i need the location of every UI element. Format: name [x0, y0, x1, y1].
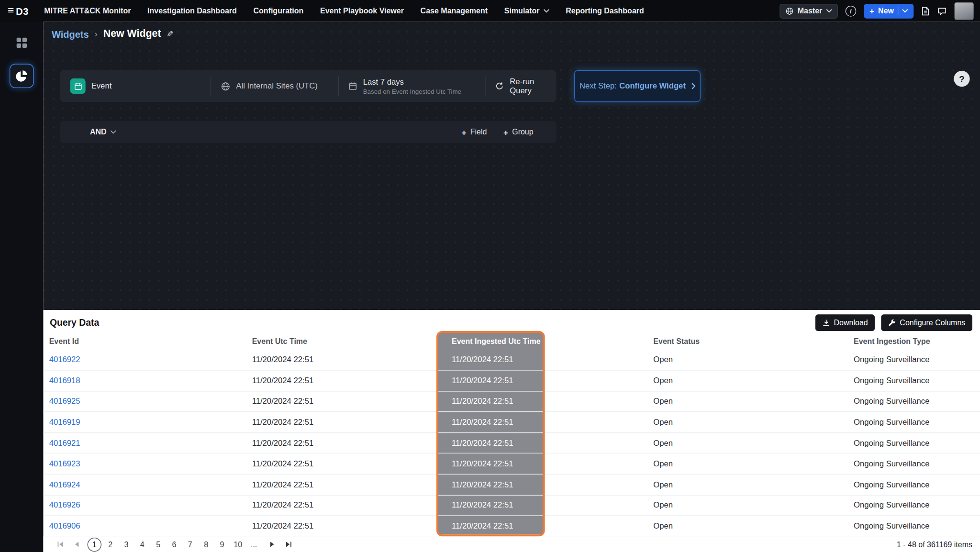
event-id-link[interactable]: 4016923	[49, 459, 80, 468]
add-group-button[interactable]: Group	[503, 127, 534, 137]
add-field-button[interactable]: Field	[462, 127, 487, 137]
page-button[interactable]: 2	[103, 537, 117, 551]
breadcrumb-widgets-link[interactable]: Widgets	[52, 28, 89, 39]
chevron-down-icon	[902, 9, 908, 13]
event-id-link[interactable]: 4016919	[49, 418, 80, 427]
event-utc-cell: 11/20/2024 22:51	[246, 350, 446, 370]
event-id-cell: 4016919	[44, 412, 246, 432]
nav-right-cluster: Master New	[780, 2, 973, 20]
event-datasource-icon	[70, 78, 86, 94]
sidebar-item-dashboard[interactable]	[10, 31, 34, 55]
event-utc-cell: 11/20/2024 22:51	[246, 432, 446, 453]
sidebar-item-widgets[interactable]	[10, 64, 34, 88]
event-id-link[interactable]: 4016918	[49, 376, 80, 386]
event-utc-cell: 11/20/2024 22:51	[246, 370, 446, 391]
event-status-cell: Open	[647, 391, 848, 412]
top-nav: D3 MITRE ATT&CK Monitor Investigation Da…	[0, 0, 980, 22]
page-button[interactable]: ...	[247, 537, 261, 551]
page-button[interactable]: 6	[167, 537, 181, 551]
event-id-link[interactable]: 4016925	[49, 397, 80, 406]
page-button[interactable]: 7	[183, 537, 197, 551]
col-event-ingested-utc-time[interactable]: Event Ingested Utc Time	[446, 333, 647, 350]
download-button[interactable]: Download	[815, 314, 875, 331]
event-status-cell: Open	[647, 453, 848, 474]
event-id-cell: 4016925	[44, 391, 246, 412]
filter-operator-dropdown[interactable]: AND	[90, 128, 116, 137]
pagination-summary: 1 - 48 of 361169 items	[897, 540, 972, 549]
event-ingested-cell: 11/20/2024 22:51	[446, 412, 647, 432]
avatar[interactable]	[955, 2, 974, 20]
event-utc-cell: 11/20/2024 22:51	[246, 412, 446, 432]
event-ingestion-type-cell: Ongoing Surveillance	[848, 412, 980, 432]
nav-items: MITRE ATT&CK Monitor Investigation Dashb…	[44, 6, 644, 15]
nav-simulator[interactable]: Simulator	[504, 6, 549, 15]
col-event-status[interactable]: Event Status	[647, 333, 848, 350]
nav-case-management[interactable]: Case Management	[421, 6, 488, 15]
event-status-cell: Open	[647, 474, 848, 495]
time-range-selector[interactable]: Last 7 days Based on Event Ingested Utc …	[338, 70, 485, 102]
widget-editor-area: Widgets › New Widget Event	[44, 22, 980, 310]
query-bar: Event All Internal Sites (UTC) Last	[60, 70, 556, 102]
page-button[interactable]: 9	[215, 537, 229, 551]
plus-icon	[503, 127, 508, 137]
globe-icon	[221, 81, 230, 91]
pie-chart-icon	[15, 69, 28, 82]
page-button[interactable]: 5	[151, 537, 165, 551]
page-button[interactable]: 3	[119, 537, 133, 551]
master-dropdown[interactable]: Master	[780, 3, 837, 18]
event-id-link[interactable]: 4016922	[49, 355, 80, 364]
document-icon[interactable]	[921, 6, 929, 16]
calendar-icon	[348, 82, 357, 91]
event-id-cell: 4016906	[44, 516, 246, 536]
chevron-down-icon	[826, 9, 832, 13]
page-title: New Widget	[103, 28, 161, 40]
chevron-down-icon	[111, 130, 116, 134]
datasource-selector[interactable]: Event	[60, 70, 211, 102]
event-id-cell: 4016921	[44, 432, 246, 453]
nav-investigation-dashboard[interactable]: Investigation Dashboard	[147, 6, 237, 15]
time-range-subtitle: Based on Event Ingested Utc Time	[363, 88, 461, 95]
col-event-id[interactable]: Event Id	[44, 333, 246, 350]
nav-reporting-dashboard[interactable]: Reporting Dashboard	[566, 6, 644, 15]
edit-title-icon[interactable]	[167, 29, 174, 39]
event-status-cell: Open	[647, 350, 848, 370]
site-selector[interactable]: All Internal Sites (UTC)	[211, 70, 338, 102]
event-id-link[interactable]: 4016921	[49, 439, 80, 448]
next-step-button[interactable]: Next Step: Configure Widget	[574, 70, 701, 102]
event-utc-cell: 11/20/2024 22:51	[246, 474, 446, 495]
last-page-button[interactable]	[283, 541, 294, 548]
event-id-link[interactable]: 4016926	[49, 501, 80, 510]
event-id-link[interactable]: 4016906	[49, 522, 80, 531]
col-event-ingestion-type[interactable]: Event Ingestion Type	[848, 333, 980, 350]
event-ingested-cell: 11/20/2024 22:51	[446, 370, 647, 391]
event-ingestion-type-cell: Ongoing Surveillance	[848, 432, 980, 453]
chat-icon[interactable]	[937, 6, 947, 16]
info-icon[interactable]	[845, 5, 856, 16]
first-page-button[interactable]	[54, 541, 66, 548]
table-row: 4016926 11/20/2024 22:51 11/20/2024 22:5…	[44, 495, 980, 516]
d3-logo[interactable]: D3	[8, 4, 29, 17]
nav-configuration[interactable]: Configuration	[253, 6, 303, 15]
event-ingestion-type-cell: Ongoing Surveillance	[848, 495, 980, 516]
event-status-cell: Open	[647, 516, 848, 536]
table-row: 4016924 11/20/2024 22:51 11/20/2024 22:5…	[44, 474, 980, 495]
event-utc-cell: 11/20/2024 22:51	[246, 453, 446, 474]
rerun-query-button[interactable]: Re-run Query	[485, 70, 556, 102]
col-event-utc-time[interactable]: Event Utc Time	[246, 333, 446, 350]
page-button[interactable]: 1	[88, 537, 101, 551]
nav-mitre-attack-monitor[interactable]: MITRE ATT&CK Monitor	[44, 6, 131, 15]
new-button[interactable]: New	[864, 3, 913, 18]
page-button[interactable]: 4	[135, 537, 149, 551]
query-data-title: Query Data	[50, 318, 99, 328]
query-data-header: Query Data Download Configure Columns	[44, 310, 980, 333]
nav-event-playbook-viewer[interactable]: Event Playbook Viewer	[320, 6, 404, 15]
prev-page-button[interactable]	[71, 541, 82, 548]
event-id-link[interactable]: 4016924	[49, 480, 80, 489]
help-icon[interactable]	[954, 71, 969, 87]
table-row: 4016923 11/20/2024 22:51 11/20/2024 22:5…	[44, 453, 980, 474]
chevron-right-icon	[691, 83, 695, 89]
configure-columns-button[interactable]: Configure Columns	[881, 314, 972, 331]
page-button[interactable]: 10	[231, 537, 245, 551]
page-button[interactable]: 8	[199, 537, 213, 551]
next-page-button[interactable]	[266, 541, 278, 548]
